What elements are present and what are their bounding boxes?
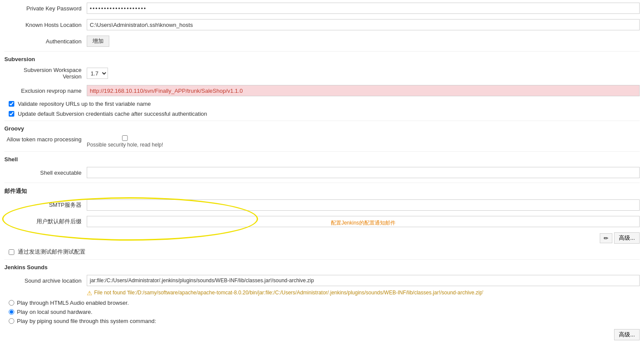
radio-local[interactable]	[9, 309, 14, 315]
smtp-label: SMTP服务器	[4, 201, 87, 209]
sounds-advanced-button[interactable]: 高级...	[614, 329, 640, 340]
email-toolbar: ✏ 高级...	[4, 230, 640, 246]
jenkins-sounds-header: Jenkins Sounds	[4, 259, 640, 272]
bottom-toolbar: 高级...	[4, 326, 640, 344]
default-email-input[interactable]	[87, 216, 640, 227]
private-key-password-input[interactable]	[87, 3, 640, 14]
test-email-label: 通过发送测试邮件测试配置	[18, 248, 85, 256]
radio-pipe-label: Play by piping sound file through this s…	[17, 318, 156, 324]
allow-token-checkbox[interactable]	[87, 135, 163, 141]
authentication-row: Authentication 增加	[4, 33, 640, 49]
known-hosts-label: Known Hosts Location	[4, 22, 87, 28]
security-note: Possible security hole, read help!	[87, 142, 163, 148]
radio-pipe[interactable]	[9, 318, 14, 324]
workspace-version-row: Subversion Workspace Version 1.7 1.8 1.9	[4, 64, 640, 82]
radio-html5[interactable]	[9, 300, 14, 306]
private-key-password-label: Private Key Password	[4, 5, 87, 12]
groovy-section-header: Groovy	[4, 121, 640, 134]
sound-archive-row: Sound archive location	[4, 272, 640, 289]
update-credentials-checkbox[interactable]	[9, 111, 14, 117]
radio-pipe-row: Play by piping sound file through this s…	[4, 316, 640, 326]
shell-executable-label: Shell executable	[4, 170, 87, 176]
edit-icon: ✏	[604, 235, 608, 241]
smtp-input[interactable]	[87, 199, 640, 211]
default-email-label: 用户默认邮件后缀	[4, 218, 87, 225]
radio-html5-label: Play through HTML5 Audio enabled browser…	[17, 300, 129, 306]
warning-icon: ⚠	[87, 290, 92, 297]
default-email-row: 用户默认邮件后缀 配置Jenkins的配置通知邮件	[4, 213, 640, 230]
authentication-label: Authentication	[4, 38, 87, 45]
private-key-password-row: Private Key Password	[4, 0, 640, 16]
allow-token-row: Allow token macro processing Possible se…	[4, 134, 640, 150]
exclusion-revprop-value[interactable]: http://192.168.10.110/svn/Finally_APP/tr…	[87, 85, 640, 96]
update-credentials-row: Update default Subversion credentials ca…	[4, 109, 640, 119]
exclusion-revprop-label: Exclusion revprop name	[4, 88, 87, 94]
warning-row: ⚠ File not found 'file:/D:/samy/software…	[4, 289, 640, 298]
known-hosts-row: Known Hosts Location	[4, 16, 640, 33]
validate-urls-row: Validate repository URLs up to the first…	[4, 99, 640, 109]
warning-text: File not found 'file:/D:/samy/software/a…	[94, 290, 484, 296]
known-hosts-input[interactable]	[87, 19, 640, 30]
validate-urls-label: Validate repository URLs up to the first…	[18, 101, 151, 107]
email-section-header: 邮件通知	[4, 183, 640, 197]
workspace-version-label: Subversion Workspace Version	[4, 67, 87, 80]
edit-button[interactable]: ✏	[600, 233, 612, 243]
test-email-checkbox[interactable]	[9, 249, 14, 255]
test-email-row: 通过发送测试邮件测试配置	[4, 246, 640, 258]
sound-archive-label: Sound archive location	[4, 277, 87, 284]
validate-urls-checkbox[interactable]	[9, 101, 14, 107]
update-credentials-label: Update default Subversion credentials ca…	[18, 111, 207, 117]
allow-token-label: Allow token macro processing	[4, 135, 87, 143]
shell-executable-input[interactable]	[87, 167, 640, 178]
subversion-section-header: Subversion	[4, 51, 640, 64]
add-button[interactable]: 增加	[87, 36, 109, 47]
exclusion-revprop-row: Exclusion revprop name http://192.168.10…	[4, 82, 640, 99]
smtp-row: SMTP服务器	[4, 197, 640, 213]
workspace-version-select[interactable]: 1.7 1.8 1.9	[87, 68, 108, 79]
radio-local-row: Play on local sound hardware.	[4, 307, 640, 316]
shell-section-header: Shell	[4, 151, 640, 164]
shell-executable-row: Shell executable	[4, 164, 640, 181]
radio-html5-row: Play through HTML5 Audio enabled browser…	[4, 298, 640, 307]
email-advanced-button[interactable]: 高级...	[614, 232, 640, 244]
radio-local-label: Play on local sound hardware.	[17, 309, 92, 315]
allow-token-right: Possible security hole, read help!	[87, 135, 163, 148]
sound-archive-input[interactable]	[87, 275, 640, 286]
